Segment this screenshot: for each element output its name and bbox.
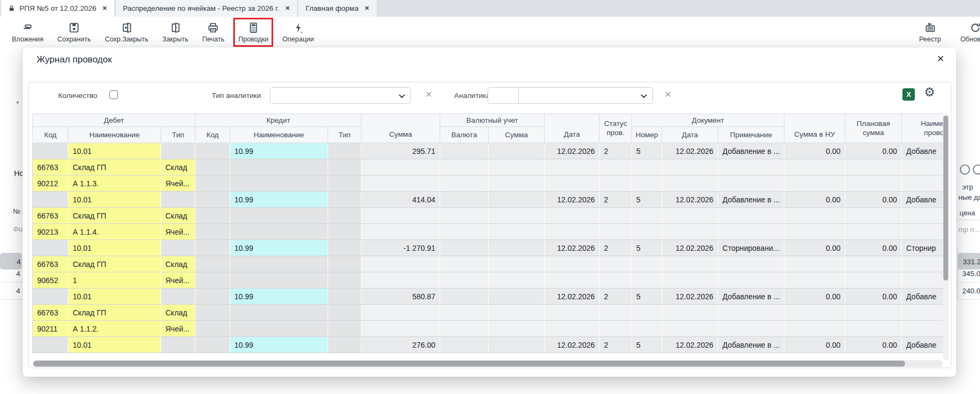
cell[interactable]	[230, 305, 328, 321]
cell[interactable]	[718, 175, 784, 192]
cell[interactable]	[440, 224, 489, 240]
cell[interactable]	[440, 272, 489, 289]
cell[interactable]	[545, 208, 600, 224]
toolbar-button-refresh[interactable]: Обновить	[957, 19, 980, 45]
cell[interactable]	[489, 272, 545, 289]
cell[interactable]: Добавление в ...	[718, 192, 784, 208]
cell[interactable]: 2	[600, 143, 632, 159]
cell[interactable]: 10.99	[230, 143, 328, 159]
cell[interactable]	[196, 192, 230, 208]
cell[interactable]: 10.01	[68, 289, 161, 305]
cell[interactable]	[489, 208, 545, 224]
cell[interactable]	[489, 159, 545, 175]
quantity-checkbox[interactable]	[109, 90, 118, 99]
cell[interactable]	[600, 224, 632, 240]
analytics-type-select[interactable]	[270, 87, 411, 104]
toolbar-button-save-close[interactable]: Сохр.Закрыть	[102, 19, 152, 45]
cell[interactable]: 5	[632, 289, 662, 305]
cell[interactable]	[902, 175, 943, 192]
cell[interactable]	[632, 256, 662, 272]
cell[interactable]: Ячей...	[161, 175, 196, 192]
cell[interactable]: Ячей...	[161, 321, 196, 337]
cell[interactable]	[600, 175, 632, 192]
cell[interactable]	[489, 192, 545, 208]
cell[interactable]	[845, 256, 902, 272]
cell[interactable]	[489, 256, 545, 272]
cell[interactable]	[230, 256, 328, 272]
cell[interactable]	[196, 256, 230, 272]
cell[interactable]	[489, 224, 545, 240]
cell[interactable]: 10.99	[230, 337, 328, 353]
cell[interactable]	[784, 208, 845, 224]
cell[interactable]: Склад ГП	[68, 305, 161, 321]
tab-close-icon[interactable]: ✕	[285, 5, 290, 12]
cell[interactable]	[489, 240, 545, 256]
cell[interactable]: 12.02.2026	[545, 289, 600, 305]
cell[interactable]	[662, 208, 718, 224]
cell[interactable]	[600, 321, 632, 337]
cell[interactable]	[328, 143, 362, 159]
cell[interactable]: 10.01	[68, 337, 161, 353]
cell[interactable]	[600, 272, 632, 289]
cell[interactable]	[328, 224, 362, 240]
clear-icon[interactable]: ✕	[425, 89, 432, 100]
cell[interactable]	[33, 143, 68, 159]
cell[interactable]	[230, 321, 328, 337]
cell[interactable]: 5	[632, 240, 662, 256]
cell[interactable]: Склад	[161, 256, 196, 272]
cell[interactable]: 2	[600, 289, 632, 305]
cell[interactable]	[440, 256, 489, 272]
cell[interactable]	[632, 224, 662, 240]
cell[interactable]	[489, 337, 545, 353]
cell[interactable]: Добавле	[902, 143, 943, 159]
excel-export-icon[interactable]: X	[902, 88, 915, 101]
cell[interactable]: 12.02.2026	[662, 192, 718, 208]
cell[interactable]	[230, 159, 328, 175]
cell[interactable]	[196, 143, 230, 159]
toolbar-button-lightning[interactable]: Операции	[279, 19, 317, 45]
cell[interactable]	[662, 224, 718, 240]
cell[interactable]: Добавление в ...	[718, 337, 784, 353]
cell[interactable]	[845, 208, 902, 224]
cell[interactable]	[632, 159, 662, 175]
cell[interactable]: А 1.1.2.	[68, 321, 161, 337]
cell[interactable]	[440, 208, 489, 224]
cell[interactable]	[328, 256, 362, 272]
cell[interactable]	[328, 321, 362, 337]
cell[interactable]	[328, 272, 362, 289]
cell[interactable]	[784, 321, 845, 337]
cell[interactable]	[600, 256, 632, 272]
cell[interactable]	[440, 143, 489, 159]
cell[interactable]: А 1.1.3.	[68, 175, 161, 192]
cell[interactable]	[33, 240, 68, 256]
toolbar-button-paperclip[interactable]: Вложения	[9, 19, 47, 45]
cell[interactable]: Склад	[161, 208, 196, 224]
cell[interactable]	[784, 159, 845, 175]
cell[interactable]	[845, 224, 902, 240]
cell[interactable]	[718, 159, 784, 175]
cell[interactable]	[328, 175, 362, 192]
cell[interactable]: Склад	[161, 159, 196, 175]
toolbar-button-printer[interactable]: Печать	[199, 19, 228, 45]
cell[interactable]	[328, 337, 362, 353]
cell[interactable]: 0.00	[784, 143, 845, 159]
tab-close-icon[interactable]: ✕	[364, 5, 369, 12]
cell[interactable]: 12.02.2026	[662, 289, 718, 305]
cell[interactable]	[845, 305, 902, 321]
cell[interactable]	[902, 159, 943, 175]
cell[interactable]: Сторнир	[902, 240, 943, 256]
cell[interactable]	[662, 272, 718, 289]
cell[interactable]	[230, 272, 328, 289]
cell[interactable]	[718, 256, 784, 272]
cell[interactable]	[440, 159, 489, 175]
cell[interactable]	[328, 159, 362, 175]
cell[interactable]: Ячей...	[161, 272, 196, 289]
cell[interactable]	[784, 256, 845, 272]
cell[interactable]	[784, 175, 845, 192]
tab[interactable]: Распределение по ячейкам - Реестр за 202…	[116, 0, 297, 17]
cell[interactable]	[33, 289, 68, 305]
cell[interactable]	[440, 192, 489, 208]
cell[interactable]: 0.00	[784, 337, 845, 353]
cell[interactable]: 90211	[33, 321, 68, 337]
cell[interactable]	[845, 159, 902, 175]
